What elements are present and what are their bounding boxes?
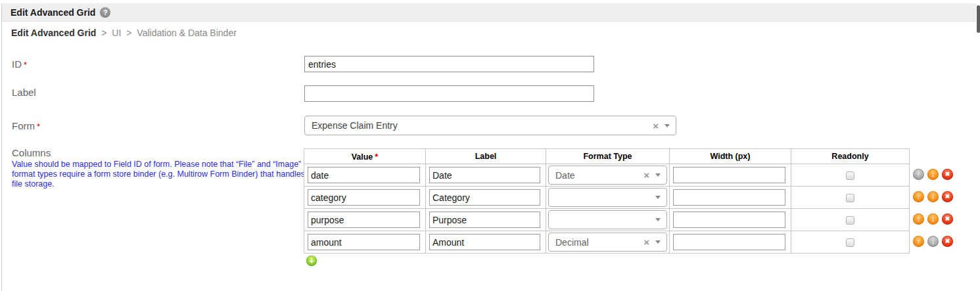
delete-icon: ✖ — [945, 238, 950, 244]
required-marker: * — [375, 152, 378, 162]
delete-row-button[interactable]: ✖ — [942, 169, 953, 180]
arrow-down-icon: ↓ — [931, 171, 935, 178]
format-type-select[interactable]: Date × — [548, 166, 667, 185]
format-type-value: Decimal — [549, 237, 641, 248]
breadcrumb-separator: > — [126, 28, 131, 38]
titlebar: Edit Advanced Grid ? — [2, 3, 976, 22]
column-value-input[interactable] — [308, 234, 420, 250]
header-format-type: Format Type — [546, 149, 670, 164]
column-value-input[interactable] — [308, 167, 420, 183]
table-row: × — [304, 187, 910, 209]
move-up-button[interactable]: ↑ — [913, 191, 924, 202]
row-actions: ↑ ↓ ✖ — [913, 213, 953, 225]
help-icon[interactable]: ? — [100, 7, 110, 18]
readonly-checkbox[interactable] — [846, 171, 854, 180]
delete-row-button[interactable]: ✖ — [942, 236, 953, 247]
move-up-button[interactable]: ↑ — [913, 169, 924, 180]
add-row-button[interactable]: + — [306, 256, 317, 266]
panel-left-border — [1, 3, 2, 291]
arrow-up-icon: ↑ — [917, 215, 921, 223]
chevron-down-icon[interactable] — [665, 124, 670, 127]
table-row: Date × — [304, 164, 910, 187]
format-type-value: Date — [549, 170, 641, 181]
arrow-down-icon: ↓ — [931, 193, 935, 200]
columns-table: Value* Label Format Type Width (px) Read… — [304, 148, 910, 254]
clear-icon[interactable]: × — [650, 121, 665, 131]
form-select[interactable]: Expense Claim Entry × — [304, 116, 676, 135]
breadcrumb-separator: > — [101, 28, 106, 38]
format-type-select[interactable]: × — [548, 210, 667, 229]
required-marker: * — [37, 122, 40, 131]
id-label: ID* — [12, 58, 27, 70]
column-width-input[interactable] — [673, 212, 785, 228]
label-label: Label — [12, 87, 36, 98]
chevron-down-icon[interactable] — [655, 218, 661, 221]
column-label-input[interactable] — [429, 189, 540, 206]
move-down-button[interactable]: ↓ — [927, 191, 939, 202]
scrollbar-thumb[interactable] — [977, 5, 980, 33]
breadcrumb-parent[interactable]: UI — [112, 28, 121, 38]
clear-icon[interactable]: × — [641, 237, 655, 247]
row-actions-column: ↑ ↓ ✖ ↑ ↓ ✖ ↑ ↓ ✖ ↑ ↓ ✖ — [913, 169, 953, 258]
table-row: × — [304, 209, 910, 231]
header-label: Label — [426, 149, 546, 164]
breadcrumb-current: Validation & Data Binder — [137, 28, 237, 38]
format-type-select[interactable]: Decimal × — [548, 233, 667, 252]
readonly-checkbox[interactable] — [846, 238, 854, 247]
delete-row-button[interactable]: ✖ — [942, 213, 953, 225]
columns-help-text: Value should be mapped to Field ID of fo… — [12, 160, 309, 189]
page-title: Edit Advanced Grid — [11, 7, 95, 18]
move-up-button[interactable]: ↑ — [913, 236, 924, 247]
column-label-input[interactable] — [429, 234, 540, 250]
label-input[interactable] — [304, 85, 594, 102]
header-width: Width (px) — [670, 149, 791, 164]
header-value: Value* — [304, 149, 426, 164]
form-label: Form* — [12, 120, 40, 131]
column-label-input[interactable] — [429, 212, 540, 228]
form-select-value: Expense Claim Entry — [305, 120, 650, 131]
column-width-input[interactable] — [673, 189, 785, 206]
header-readonly: Readonly — [791, 149, 910, 164]
delete-icon: ✖ — [945, 216, 950, 222]
id-input[interactable] — [304, 56, 594, 72]
chevron-down-icon[interactable] — [655, 196, 661, 199]
add-icon: + — [309, 256, 314, 266]
arrow-up-icon: ↑ — [917, 171, 921, 178]
move-down-button[interactable]: ↓ — [927, 213, 939, 225]
delete-row-button[interactable]: ✖ — [942, 191, 953, 202]
column-value-input[interactable] — [308, 212, 420, 228]
row-actions: ↑ ↓ ✖ — [913, 236, 953, 247]
column-label-input[interactable] — [429, 167, 540, 183]
columns-label: Columns — [12, 147, 51, 158]
breadcrumb: Edit Advanced Grid > UI > Validation & D… — [11, 28, 237, 38]
arrow-down-icon: ↓ — [931, 238, 935, 245]
table-header-row: Value* Label Format Type Width (px) Read… — [304, 149, 910, 164]
required-marker: * — [24, 60, 27, 70]
table-row: Decimal × — [304, 231, 910, 254]
clear-icon[interactable]: × — [641, 170, 655, 180]
move-up-button[interactable]: ↑ — [913, 213, 924, 225]
column-width-input[interactable] — [673, 167, 785, 183]
move-down-button[interactable]: ↓ — [927, 236, 939, 247]
arrow-up-icon: ↑ — [917, 193, 921, 200]
arrow-up-icon: ↑ — [917, 238, 921, 245]
column-width-input[interactable] — [673, 234, 785, 250]
row-actions: ↑ ↓ ✖ — [913, 169, 953, 180]
column-value-input[interactable] — [308, 189, 420, 206]
delete-icon: ✖ — [945, 194, 950, 200]
chevron-down-icon[interactable] — [655, 240, 661, 244]
readonly-checkbox[interactable] — [846, 194, 854, 202]
row-actions: ↑ ↓ ✖ — [913, 191, 953, 202]
format-type-select[interactable]: × — [548, 188, 667, 207]
breadcrumb-root: Edit Advanced Grid — [11, 28, 96, 38]
arrow-down-icon: ↓ — [931, 215, 935, 223]
chevron-down-icon[interactable] — [655, 173, 661, 177]
move-down-button[interactable]: ↓ — [927, 169, 939, 180]
delete-icon: ✖ — [945, 171, 950, 177]
readonly-checkbox[interactable] — [846, 216, 854, 225]
